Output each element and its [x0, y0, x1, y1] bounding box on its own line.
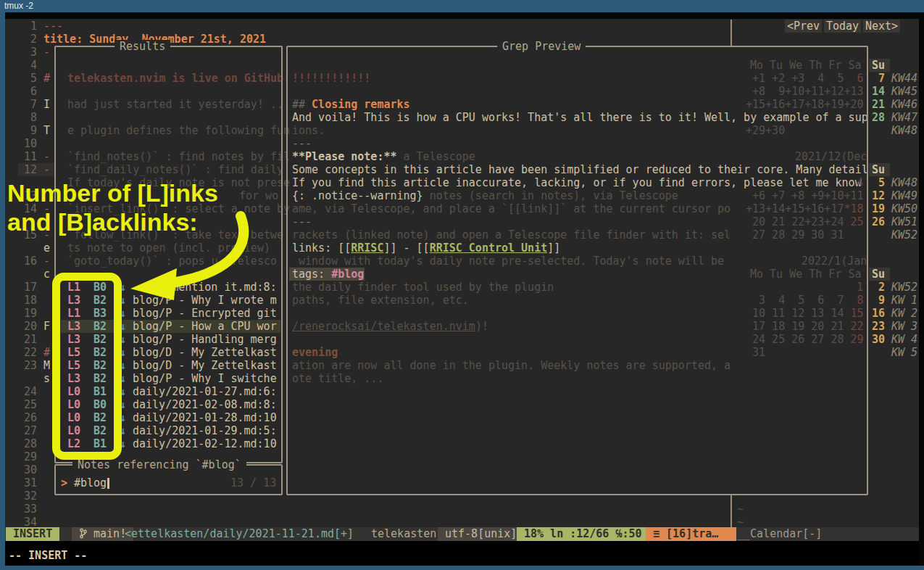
line-number: 12: [24, 163, 37, 176]
text-span: 16: [872, 307, 885, 320]
calendar-today-button[interactable]: Today: [824, 20, 861, 33]
text-span: -: [43, 163, 50, 176]
results-title: Results: [115, 40, 170, 53]
text-span: M: [43, 359, 50, 372]
line-number: 5: [24, 72, 37, 85]
calendar-next-button[interactable]: Next>: [863, 20, 900, 33]
showmode-text: -- INSERT --: [9, 549, 87, 562]
buffer-info-segment: ≡ [16]tra…: [646, 527, 736, 541]
result-count: 13 / 13: [230, 476, 276, 490]
text-span: 19: [872, 202, 885, 215]
text-span: KW52: [891, 228, 917, 241]
text-span: 28: [872, 111, 885, 124]
preview-title: Grep Preview: [497, 40, 586, 53]
line-number: 28: [24, 437, 37, 450]
window-frame-left: [0, 12, 5, 566]
line-number: 9: [24, 124, 37, 137]
terminal-window: { "tmux": { "title": "tmux -2" }, "model…: [0, 0, 924, 570]
filename-segment: <ettelkasten/daily/2021-11-21.md[+]: [125, 527, 354, 541]
line-number: 21: [24, 333, 37, 346]
mode-indicator: INSERT: [6, 527, 59, 541]
window-separator: [731, 495, 732, 527]
window-separator: [731, 20, 732, 46]
calendar-statusline: __Calendar[-]: [737, 527, 822, 541]
text-span: -: [43, 46, 50, 59]
line-number: 8: [24, 111, 37, 124]
text-span: I: [43, 98, 50, 111]
line-number: 25: [24, 398, 37, 411]
line-number: 16: [24, 255, 37, 268]
text-span: 21: [872, 98, 885, 111]
text-span: 30: [872, 333, 885, 346]
text-span: KW 2: [891, 307, 917, 320]
line-number: 31: [24, 476, 37, 490]
text-span: 9: [872, 294, 885, 307]
tmux-titlebar: tmux -2: [0, 0, 924, 12]
line-number: 24: [24, 385, 37, 398]
text-span: 26: [872, 215, 885, 228]
line-number: 10: [24, 137, 37, 150]
command-line-area: [5, 541, 919, 566]
annotation-highlight-box: [52, 273, 122, 460]
text-cursor: [107, 478, 109, 489]
line-number: 20: [24, 320, 37, 333]
text-span: F: [43, 320, 50, 333]
tmux-title: tmux -2: [4, 1, 33, 11]
line-number: 7: [24, 98, 37, 111]
text-span: ---: [43, 20, 63, 33]
text-span: KW 1: [891, 294, 917, 307]
window-frame-bottom: [0, 566, 924, 570]
git-branch-label: main!: [93, 527, 126, 540]
statusline: INSERT main! <ettelkasten/daily/2021-11-…: [5, 527, 919, 541]
preview-float: [286, 46, 868, 495]
line-number: 26: [24, 411, 37, 424]
line-number: 3: [24, 46, 37, 59]
text-span: KW44: [891, 72, 917, 85]
line-number: 27: [24, 424, 37, 437]
line-number: 2: [24, 33, 37, 46]
text-span: 12: [872, 189, 885, 202]
text-span: -: [43, 255, 50, 268]
line-number: 29: [24, 450, 37, 463]
annotation-arrow-icon: [116, 209, 250, 303]
encoding-segment: utf-8[unix]: [438, 527, 524, 541]
text-span: KW48: [891, 124, 917, 137]
text-span: KW49: [891, 189, 917, 202]
line-number: 19: [24, 307, 37, 320]
text-span: KW46: [891, 98, 917, 111]
text-span: 5: [872, 176, 885, 189]
text-span: KW50: [891, 202, 917, 215]
line-number: 22: [24, 346, 37, 359]
text-span: c: [43, 268, 50, 281]
text-span: -: [43, 150, 50, 163]
text-span: #: [43, 346, 50, 359]
line-number: 32: [24, 490, 37, 503]
line-number: 18: [24, 294, 37, 307]
line-number: 33: [24, 503, 37, 516]
text-span: #: [43, 72, 50, 85]
text-span: ~: [737, 503, 744, 516]
text-span: KW51: [891, 215, 917, 228]
prompt-input[interactable]: #blog: [74, 476, 107, 490]
text-span: KW 5: [891, 346, 917, 359]
text-span: KW52: [891, 281, 917, 294]
text-span: KW 3: [891, 320, 917, 333]
text-span: 2: [872, 281, 885, 294]
line-number: 23: [24, 359, 37, 372]
line-number: 6: [24, 85, 37, 98]
calendar-prev-button[interactable]: <Prev: [785, 20, 822, 33]
text-span: 7: [872, 72, 885, 85]
text-span: T: [43, 124, 50, 137]
text-span: 23: [872, 320, 885, 333]
text-span: s: [43, 372, 50, 385]
plugin-segment: telekasten: [371, 527, 436, 541]
text-span: Su: [872, 59, 885, 72]
prompt-caret: >: [61, 476, 67, 490]
text-span: KW 4: [891, 333, 917, 346]
text-span: e: [43, 241, 50, 255]
text-span: Su: [872, 268, 885, 281]
prompt-title: Notes referencing `#blog`: [72, 458, 246, 471]
text-span: Su: [872, 163, 885, 176]
line-number: 17: [24, 281, 37, 294]
text-span: KW47: [891, 111, 917, 124]
